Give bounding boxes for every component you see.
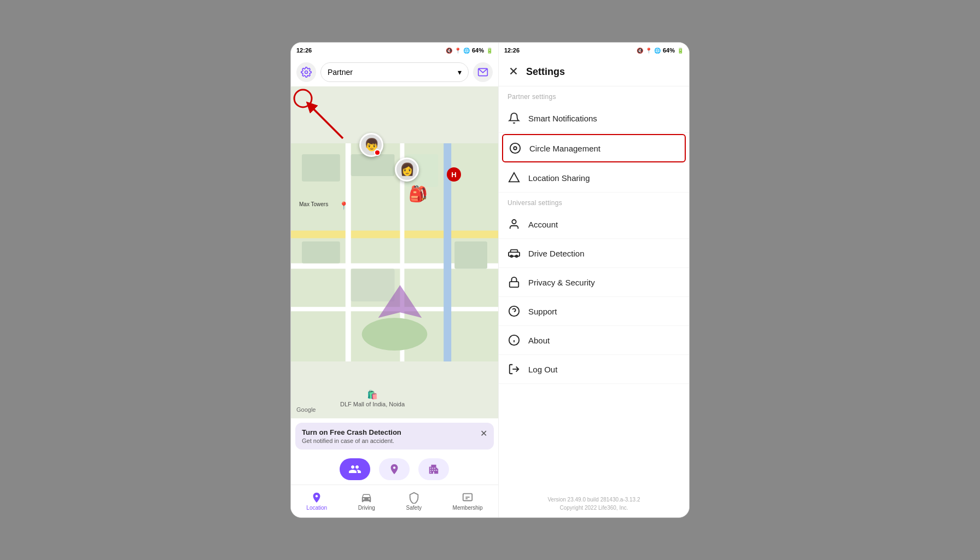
location-nav-icon — [311, 492, 323, 504]
group-tab-button[interactable] — [340, 458, 370, 480]
mail-button[interactable] — [473, 62, 493, 82]
gear-button[interactable] — [296, 62, 316, 82]
left-panel: 12:26 🔇📍🌐 64% 🔋 Partner ▾ — [291, 43, 498, 517]
svg-rect-14 — [454, 242, 487, 269]
settings-item-logout[interactable]: Log Out — [499, 355, 689, 384]
settings-item-privacy-security[interactable]: Privacy & Security — [499, 268, 689, 297]
about-label: About — [528, 336, 550, 345]
google-label: Google — [296, 406, 316, 413]
settings-title: Settings — [526, 66, 565, 78]
status-bar-left: 12:26 🔇📍🌐 64% 🔋 — [291, 43, 498, 58]
logout-icon — [508, 363, 521, 376]
partner-label: Partner — [328, 68, 353, 77]
svg-rect-9 — [302, 154, 340, 182]
settings-item-about[interactable]: About — [499, 326, 689, 355]
nav-membership[interactable]: Membership — [447, 489, 488, 513]
location-pin-max: 📍 — [339, 201, 348, 210]
smart-notifications-label: Smart Notifications — [528, 114, 597, 123]
top-bar: Partner ▾ — [291, 58, 498, 86]
user-icon — [508, 218, 521, 231]
close-icon — [508, 65, 520, 77]
universal-settings-label: Universal settings — [499, 192, 689, 210]
svg-point-26 — [514, 147, 517, 150]
svg-rect-10 — [351, 154, 395, 176]
dlf-label: 🛍️ DLF Mall of India, Noida — [340, 389, 405, 407]
nav-safety-label: Safety — [406, 505, 422, 511]
status-icons-left: 🔇📍🌐 64% 🔋 — [446, 47, 493, 54]
svg-point-15 — [362, 318, 428, 351]
svg-marker-27 — [509, 173, 519, 182]
tab-icons-row — [291, 454, 498, 485]
bag-marker: 🎒 — [409, 185, 428, 203]
svg-point-28 — [512, 220, 516, 224]
safety-nav-icon — [408, 492, 420, 504]
status-icons-right: 🔇📍🌐 64% 🔋 — [637, 47, 684, 54]
right-panel: 12:26 🔇📍🌐 64% 🔋 Settings Partner setting… — [498, 43, 689, 517]
copyright-text: Copyright 2022 Life360, Inc. — [508, 504, 680, 512]
settings-item-account[interactable]: Account — [499, 210, 689, 239]
settings-item-support[interactable]: Support — [499, 297, 689, 326]
settings-footer: Version 23.49.0 build 281430.a-3.13.2 Co… — [499, 490, 689, 517]
map-area: 👦 👩 H 🎒 Google Max Towers 📍 🛍️ DLF Mall … — [291, 86, 498, 418]
svg-rect-13 — [351, 269, 395, 301]
membership-nav-icon — [462, 492, 474, 504]
crash-subtitle: Get notified in case of an accident. — [302, 438, 480, 444]
settings-list: Partner settings Smart Notifications — [499, 86, 689, 490]
location-tab-button[interactable] — [379, 458, 410, 480]
svg-rect-3 — [291, 231, 498, 238]
privacy-security-label: Privacy & Security — [528, 278, 595, 287]
nav-location-label: Location — [306, 505, 327, 511]
svg-rect-32 — [510, 282, 519, 287]
support-label: Support — [528, 307, 557, 316]
crash-notification: Turn on Free Crash Detection Get notifie… — [295, 423, 494, 450]
drive-detection-label: Drive Detection — [528, 249, 585, 258]
time-right: 12:26 — [504, 47, 520, 54]
svg-rect-6 — [346, 143, 351, 361]
status-bar-right: 12:26 🔇📍🌐 64% 🔋 — [499, 43, 689, 58]
phone-container: 12:26 🔇📍🌐 64% 🔋 Partner ▾ — [290, 42, 690, 518]
settings-item-smart-notifications[interactable]: Smart Notifications — [499, 104, 689, 133]
avatar-pin-2: 👩 — [395, 158, 419, 182]
account-label: Account — [528, 220, 558, 229]
crash-text: Turn on Free Crash Detection Get notifie… — [302, 428, 480, 444]
time-left: 12:26 — [296, 47, 312, 54]
map-svg — [291, 86, 498, 418]
group-icon — [348, 463, 361, 476]
bottom-nav: Location Driving Safety — [291, 485, 498, 517]
driving-nav-icon — [360, 492, 372, 504]
close-settings-button[interactable] — [508, 65, 520, 79]
location-sharing-label: Location Sharing — [528, 173, 590, 183]
info-icon — [508, 334, 521, 347]
nav-location[interactable]: Location — [301, 489, 332, 513]
circle-management-label: Circle Management — [529, 144, 600, 153]
nav-driving-label: Driving — [358, 505, 375, 511]
mail-icon — [477, 67, 488, 78]
settings-item-circle-management[interactable]: Circle Management — [502, 134, 686, 162]
lock-icon — [508, 276, 521, 289]
circle-dot-icon — [509, 142, 522, 155]
question-icon — [508, 305, 521, 318]
partner-dropdown[interactable]: Partner ▾ — [320, 62, 469, 82]
partner-settings-label: Partner settings — [499, 86, 689, 104]
svg-point-25 — [510, 143, 520, 153]
logout-label: Log Out — [528, 365, 557, 374]
settings-item-drive-detection[interactable]: Drive Detection — [499, 239, 689, 268]
nav-safety[interactable]: Safety — [401, 489, 427, 513]
gear-icon — [301, 67, 312, 78]
version-text: Version 23.49.0 build 281430.a-3.13.2 — [508, 495, 680, 504]
svg-point-0 — [305, 71, 308, 74]
close-notification-button[interactable]: ✕ — [480, 428, 487, 439]
settings-header: Settings — [499, 58, 689, 86]
bottom-section: Turn on Free Crash Detection Get notifie… — [291, 418, 498, 517]
nav-driving[interactable]: Driving — [353, 489, 381, 513]
bell-icon — [508, 112, 521, 125]
settings-item-location-sharing[interactable]: Location Sharing — [499, 164, 689, 192]
building-tab-icon — [428, 463, 440, 475]
crash-title: Turn on Free Crash Detection — [302, 428, 480, 436]
dropdown-arrow: ▾ — [458, 68, 462, 77]
triangle-icon — [508, 171, 521, 184]
building-tab-button[interactable] — [418, 458, 449, 480]
nav-membership-label: Membership — [453, 505, 483, 511]
location-tab-icon — [388, 463, 400, 475]
svg-rect-12 — [302, 242, 340, 264]
